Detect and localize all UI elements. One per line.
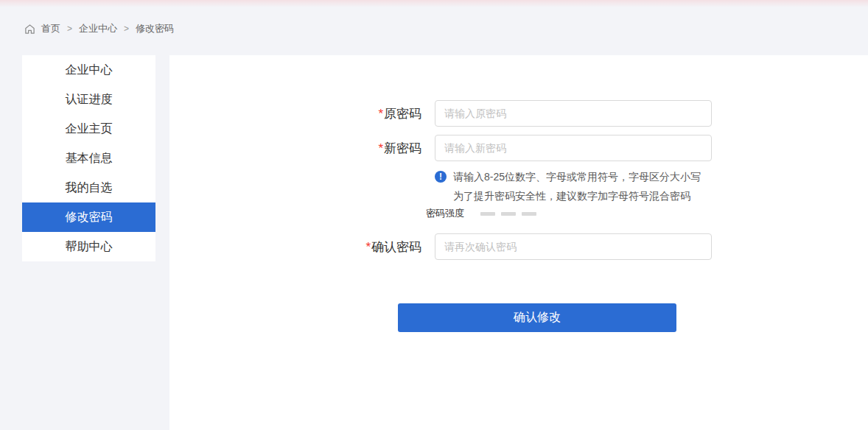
new-password-input[interactable] bbox=[435, 135, 712, 161]
sidebar: 企业中心认证进度企业主页基本信息我的自选修改密码帮助中心 bbox=[22, 55, 155, 261]
old-password-input[interactable] bbox=[435, 100, 712, 127]
strength-bar bbox=[480, 212, 495, 216]
required-asterisk: * bbox=[378, 107, 383, 121]
sidebar-item[interactable]: 修改密码 bbox=[22, 202, 155, 232]
strength-meter bbox=[480, 212, 542, 216]
old-password-label: *原密码 bbox=[378, 105, 421, 122]
strength-label: 密码强度 bbox=[426, 207, 464, 220]
breadcrumb-items: 首页>企业中心>修改密码 bbox=[41, 22, 174, 35]
field-new-password: *新密码 bbox=[435, 135, 712, 161]
breadcrumb-item[interactable]: 修改密码 bbox=[136, 23, 174, 34]
home-icon[interactable] bbox=[24, 24, 35, 35]
confirm-change-button[interactable]: 确认修改 bbox=[398, 303, 676, 332]
confirm-password-label-text: 确认密码 bbox=[371, 240, 421, 254]
sidebar-item[interactable]: 认证进度 bbox=[22, 85, 155, 114]
breadcrumb-separator: > bbox=[124, 24, 129, 34]
breadcrumb-item[interactable]: 首页 bbox=[41, 23, 60, 34]
main-panel: *原密码 *新密码 ! 请输入8-25位数字、字母或常用符号，字母区分大小写 为… bbox=[169, 55, 868, 430]
sidebar-item[interactable]: 企业中心 bbox=[22, 55, 155, 85]
old-password-label-text: 原密码 bbox=[384, 107, 421, 121]
info-icon: ! bbox=[435, 171, 447, 183]
breadcrumb: 首页>企业中心>修改密码 bbox=[24, 22, 174, 35]
sidebar-item[interactable]: 企业主页 bbox=[22, 114, 155, 144]
new-password-label: *新密码 bbox=[378, 140, 421, 157]
hint-line-2: 为了提升密码安全性，建议数字加字母符号混合密码 bbox=[453, 186, 701, 205]
strength-bar bbox=[501, 212, 516, 216]
page: 首页>企业中心>修改密码 企业中心认证进度企业主页基本信息我的自选修改密码帮助中… bbox=[0, 0, 868, 430]
password-strength: 密码强度 bbox=[426, 207, 542, 220]
hint-line-1: 请输入8-25位数字、字母或常用符号，字母区分大小写 bbox=[453, 167, 701, 186]
top-gradient-strip bbox=[0, 0, 868, 7]
required-asterisk: * bbox=[365, 240, 371, 254]
password-hint: ! 请输入8-25位数字、字母或常用符号，字母区分大小写 为了提升密码安全性，建… bbox=[435, 167, 701, 205]
breadcrumb-separator: > bbox=[67, 24, 72, 34]
hint-lines: 请输入8-25位数字、字母或常用符号，字母区分大小写 为了提升密码安全性，建议数… bbox=[453, 167, 701, 205]
sidebar-item[interactable]: 帮助中心 bbox=[22, 232, 155, 261]
sidebar-item[interactable]: 我的自选 bbox=[22, 173, 155, 202]
confirm-password-input[interactable] bbox=[435, 233, 712, 260]
new-password-label-text: 新密码 bbox=[384, 141, 421, 155]
strength-bar bbox=[522, 212, 536, 216]
confirm-password-label: *确认密码 bbox=[365, 239, 421, 255]
required-asterisk: * bbox=[378, 141, 383, 155]
sidebar-item[interactable]: 基本信息 bbox=[22, 144, 155, 173]
field-confirm-password: *确认密码 bbox=[435, 233, 712, 260]
field-old-password: *原密码 bbox=[435, 100, 712, 127]
breadcrumb-item[interactable]: 企业中心 bbox=[79, 23, 117, 34]
